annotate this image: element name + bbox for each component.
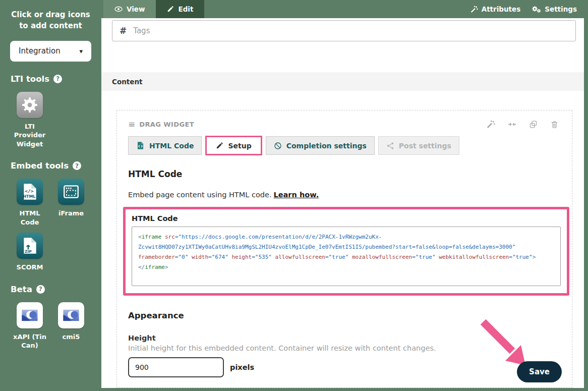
pencil-icon	[216, 142, 223, 149]
category-dropdown-value: Integration	[19, 46, 61, 55]
tincan-logo-icon	[58, 302, 84, 328]
html-code-label: HTML Code	[132, 214, 561, 222]
drag-widget-label[interactable]: DRAG WIDGET	[139, 121, 194, 128]
tool-label: HTML Code	[9, 209, 50, 227]
help-icon[interactable]: ?	[73, 161, 81, 170]
eye-icon	[114, 5, 123, 13]
save-button[interactable]: Save	[517, 361, 562, 382]
zip-upload-icon	[17, 233, 43, 259]
gears-icon	[532, 6, 541, 13]
widget-actions	[487, 120, 561, 129]
tool-lti-provider-widget[interactable]: LTI Provider Widget	[9, 92, 50, 149]
appearance-heading: Appearance	[128, 311, 561, 320]
html-widget-container: ≡ DRAG WIDGET HTML Code	[116, 110, 572, 388]
tool-iframe[interactable]: iFrame	[50, 179, 92, 227]
tool-label: xAPI (Tin Can)	[9, 332, 50, 350]
widget-tab-bar: HTML Code Setup Completion settings Post…	[128, 136, 561, 155]
magic-wand-icon	[471, 6, 478, 13]
category-dropdown[interactable]: Integration ▾	[10, 41, 91, 62]
drag-handle-icon[interactable]: ≡	[128, 119, 135, 129]
content-section-header: Content	[101, 72, 584, 91]
panel-title: HTML Code	[128, 169, 561, 179]
attributes-button[interactable]: Attributes	[471, 5, 521, 13]
tool-label: iFrame	[58, 209, 84, 218]
height-unit-label: pixels	[230, 363, 254, 371]
chevron-down-icon: ▾	[79, 47, 83, 55]
lti-tools-grid: LTI Provider Widget	[0, 86, 93, 149]
panel-description: Embed page content using HTML code.Learn…	[128, 191, 561, 199]
share-icon	[386, 142, 394, 150]
section-heading-embed-tools: Embed tools ?	[0, 161, 101, 171]
beta-tools-grid: xAPI (Tin Can) cmi5	[0, 296, 93, 350]
html-document-icon	[136, 141, 145, 150]
top-toolbar: View Edit Attributes Settings	[101, 0, 584, 18]
help-icon[interactable]: ?	[36, 285, 45, 294]
tab-post-settings[interactable]: Post settings	[378, 136, 459, 155]
main-column: View Edit Attributes Settings	[101, 0, 584, 388]
tags-field[interactable]: #	[112, 20, 576, 41]
section-heading-lti-tools: LTI tools ?	[0, 74, 101, 84]
no-circle-icon	[274, 142, 282, 150]
gear-icon	[17, 92, 43, 118]
duplicate-icon[interactable]	[529, 120, 538, 129]
tool-scorm[interactable]: SCORM	[9, 233, 50, 272]
learn-how-link[interactable]: Learn how.	[274, 191, 319, 199]
sidebar-instruction: Click or drag icons to add content	[0, 8, 101, 32]
html-document-icon	[17, 179, 43, 205]
tab-html-code[interactable]: HTML Code	[128, 136, 202, 155]
browser-window-icon	[58, 179, 84, 205]
tab-setup[interactable]: Setup	[205, 136, 262, 155]
height-help-text: Initial height for this embedded content…	[128, 344, 561, 352]
tool-label: SCORM	[17, 263, 43, 272]
settings-button[interactable]: Settings	[532, 5, 577, 13]
height-label: Height	[128, 334, 561, 342]
tincan-logo-icon	[17, 302, 43, 328]
annotation-highlight-code: HTML Code <iframe src="https://docs.goog…	[123, 207, 569, 296]
page-content: # Content ≡ DRAG WIDGET	[101, 18, 584, 388]
tool-cmi5[interactable]: cmi5	[50, 302, 92, 350]
widget-drag-bar: ≡ DRAG WIDGET	[128, 119, 561, 129]
view-tab[interactable]: View	[103, 0, 156, 18]
tool-label: cmi5	[63, 332, 80, 342]
height-input[interactable]	[128, 357, 224, 377]
pencil-icon	[167, 6, 174, 13]
tags-input[interactable]	[132, 26, 568, 36]
add-content-sidebar: Click or drag icons to add content Integ…	[0, 0, 101, 391]
tool-label: LTI Provider Widget	[9, 122, 50, 149]
html-code-editor[interactable]: <iframe src="https://docs.google.com/pre…	[132, 227, 561, 286]
lms-editor-window: Click or drag icons to add content Integ…	[0, 0, 588, 391]
tool-xapi-tincan[interactable]: xAPI (Tin Can)	[9, 302, 50, 350]
height-row: pixels	[128, 357, 561, 377]
tool-html-code[interactable]: HTML Code	[9, 179, 50, 227]
magic-wand-icon[interactable]	[487, 120, 495, 129]
trash-icon[interactable]	[550, 120, 559, 129]
toolbar-right-actions: Attributes Settings	[471, 0, 584, 18]
tab-completion-settings[interactable]: Completion settings	[266, 136, 375, 155]
hash-icon: #	[120, 26, 127, 36]
collapse-icon[interactable]	[508, 120, 516, 129]
section-heading-beta: Beta ?	[0, 285, 101, 294]
embed-tools-grid: HTML Code iFrame SCORM	[0, 173, 93, 272]
edit-tab[interactable]: Edit	[156, 0, 204, 18]
help-icon[interactable]: ?	[53, 75, 62, 83]
